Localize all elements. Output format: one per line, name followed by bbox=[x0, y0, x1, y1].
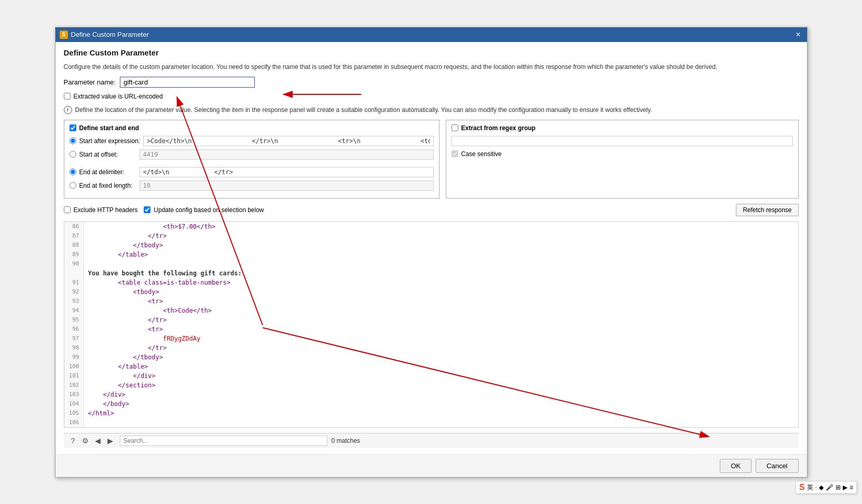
line-number: 88 bbox=[64, 241, 84, 250]
line-number: 102 bbox=[64, 381, 84, 390]
close-button[interactable]: × bbox=[793, 30, 802, 40]
line-number: 96 bbox=[64, 325, 84, 334]
config-panels: Define start and end Start after express… bbox=[64, 120, 799, 199]
line-content: </table> bbox=[84, 250, 148, 259]
define-start-end-label: Define start and end bbox=[79, 124, 139, 132]
table-row: 105</html> bbox=[64, 409, 798, 418]
start-after-label: Start after expression: bbox=[79, 137, 140, 145]
line-number: 104 bbox=[64, 399, 84, 409]
sogou-play[interactable]: ▶ bbox=[843, 484, 847, 491]
line-content: </tbody> bbox=[84, 353, 163, 362]
case-sensitive-label: Case sensitive bbox=[461, 150, 502, 158]
search-input[interactable] bbox=[120, 436, 327, 446]
line-content: fRDygZDdAy bbox=[84, 334, 201, 343]
regex-input[interactable] bbox=[451, 136, 793, 146]
end-fixed-length-radio[interactable] bbox=[70, 182, 76, 189]
table-row: 89 </table> bbox=[64, 250, 798, 259]
info-text: Define the location of the parameter val… bbox=[75, 105, 652, 115]
line-content: <tr> bbox=[84, 297, 163, 306]
sogou-dot: · bbox=[815, 484, 817, 491]
info-icon: i bbox=[64, 106, 72, 114]
search-bar-icons: ? ⚙ ◀ ▶ bbox=[68, 436, 116, 446]
start-after-input[interactable] bbox=[143, 136, 434, 146]
sogou-diamond[interactable]: ◆ bbox=[819, 484, 824, 491]
line-number: 105 bbox=[64, 409, 84, 418]
cancel-button[interactable]: Cancel bbox=[756, 459, 798, 473]
start-after-expression-row: Start after expression: bbox=[70, 136, 434, 146]
parameter-name-label: Parameter name: bbox=[64, 78, 116, 86]
line-content bbox=[84, 418, 88, 427]
sogou-menu[interactable]: ≡ bbox=[850, 484, 853, 491]
right-panel: Extract from regex group Case sensitive bbox=[446, 120, 799, 199]
line-number: 106 bbox=[64, 418, 84, 427]
prev-match-btn[interactable]: ◀ bbox=[93, 436, 103, 446]
refetch-response-button[interactable]: Refetch response bbox=[736, 204, 798, 216]
table-row: 86 <th>$7.00</th> bbox=[64, 222, 798, 231]
extract-regex-label: Extract from regex group bbox=[461, 124, 536, 132]
table-row: 102 </section> bbox=[64, 381, 798, 390]
title-bar: S Define Custom Parameter × bbox=[56, 27, 807, 42]
exclude-http-label: Exclude HTTP headers bbox=[74, 206, 138, 214]
define-start-end-checkbox[interactable] bbox=[70, 124, 76, 131]
line-number: 100 bbox=[64, 362, 84, 371]
line-number: 92 bbox=[64, 287, 84, 297]
line-content: </tr> bbox=[84, 343, 167, 353]
case-sensitive-row: Case sensitive bbox=[451, 150, 793, 158]
line-content: </tr> bbox=[84, 231, 167, 241]
start-offset-radio[interactable] bbox=[70, 151, 76, 158]
start-at-offset-row: Start at offset: bbox=[70, 149, 434, 160]
line-content: You have bought the following gift cards… bbox=[84, 259, 242, 278]
update-config-checkbox[interactable] bbox=[144, 206, 150, 213]
code-area: 86 <th>$7.00</th>87 </tr>88 </tbody>89 <… bbox=[64, 221, 799, 428]
extract-regex-checkbox[interactable] bbox=[451, 124, 458, 131]
line-content: </section> bbox=[84, 381, 156, 390]
line-content: </tr> bbox=[84, 315, 167, 325]
url-encoded-checkbox[interactable] bbox=[64, 93, 71, 100]
table-row: 88 </tbody> bbox=[64, 241, 798, 250]
table-row: 98 </tr> bbox=[64, 343, 798, 353]
line-number: 90 bbox=[64, 259, 84, 278]
update-config-label: Update config based on selection below bbox=[154, 206, 264, 214]
search-bar: ? ⚙ ◀ ▶ 0 matches bbox=[64, 433, 799, 448]
end-at-delimiter-row: End at delimiter: bbox=[70, 167, 434, 177]
sogou-mic[interactable]: 🎤 bbox=[826, 484, 833, 491]
line-content: <table class=is-table-numbers> bbox=[84, 278, 231, 287]
left-panel-title: Define start and end bbox=[70, 124, 434, 132]
next-match-btn[interactable]: ▶ bbox=[105, 436, 116, 446]
line-content: </div> bbox=[84, 390, 126, 399]
line-number: 97 bbox=[64, 334, 84, 343]
line-number: 91 bbox=[64, 278, 84, 287]
table-row: 101 </div> bbox=[64, 371, 798, 381]
table-row: 91 <table class=is-table-numbers> bbox=[64, 278, 798, 287]
code-lines-container: 86 <th>$7.00</th>87 </tr>88 </tbody>89 <… bbox=[64, 222, 798, 427]
start-after-radio[interactable] bbox=[70, 137, 76, 144]
settings-icon-btn[interactable]: ⚙ bbox=[80, 436, 91, 446]
table-row: 96 <tr> bbox=[64, 325, 798, 334]
line-number: 98 bbox=[64, 343, 84, 353]
exclude-http-checkbox[interactable] bbox=[64, 206, 71, 213]
end-delimiter-radio[interactable] bbox=[70, 169, 76, 175]
line-content: </html> bbox=[84, 409, 115, 418]
end-fixed-length-label: End at fixed length: bbox=[79, 182, 136, 189]
line-number: 103 bbox=[64, 390, 84, 399]
table-row: 90 You have bought the following gift ca… bbox=[64, 259, 798, 278]
sogou-logo: S bbox=[799, 483, 805, 492]
sogou-en[interactable]: 英 bbox=[807, 483, 813, 492]
parameter-name-row: Parameter name: bbox=[64, 77, 799, 88]
table-row: 87 </tr> bbox=[64, 231, 798, 241]
table-row: 104 </body> bbox=[64, 399, 798, 409]
parameter-name-input[interactable] bbox=[120, 77, 255, 88]
sogou-toolbar: S 英 · ◆ 🎤 ⊞ ▶ ≡ bbox=[796, 481, 857, 494]
line-content: <th>$7.00</th> bbox=[84, 222, 216, 231]
line-number: 87 bbox=[64, 231, 84, 241]
dialog-footer: OK Cancel bbox=[56, 454, 807, 477]
help-icon-btn[interactable]: ? bbox=[68, 436, 78, 446]
table-row: 103 </div> bbox=[64, 390, 798, 399]
bottom-options-row: Exclude HTTP headers Update config based… bbox=[64, 204, 799, 216]
end-delimiter-input[interactable] bbox=[140, 167, 434, 177]
line-number: 93 bbox=[64, 297, 84, 306]
ok-button[interactable]: OK bbox=[720, 459, 751, 473]
url-encoded-label: Extracted value is URL-encoded bbox=[74, 93, 163, 100]
sogou-grid[interactable]: ⊞ bbox=[836, 484, 841, 491]
dialog-icon: S bbox=[60, 31, 68, 39]
